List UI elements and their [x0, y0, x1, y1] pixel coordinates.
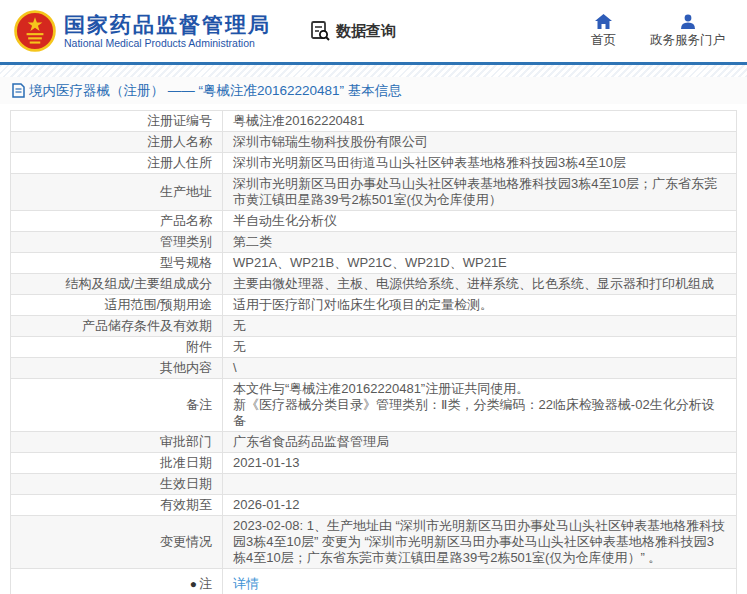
- row-value: 2023-02-08: 1、生产地址由 “深圳市光明新区马田办事处马山头社区钟表…: [223, 516, 737, 569]
- row-label: 附件: [11, 337, 223, 358]
- org-name-cn: 国家药品监督管理局: [64, 13, 271, 37]
- table-row: 其他内容\: [11, 358, 737, 379]
- registration-info-table-wrap: 注册证编号粤械注准20162220481注册人名称深圳市锦瑞生物科技股份有限公司…: [0, 104, 747, 594]
- page-title: 境内医疗器械（注册） —— “粤械注准20162220481” 基本信息: [29, 82, 402, 100]
- nav-home-label: 首页: [591, 32, 616, 49]
- header-nav: 首页 政务服务门户: [591, 14, 725, 49]
- table-row: 生效日期: [11, 474, 737, 495]
- table-row: 产品名称半自动生化分析仪: [11, 211, 737, 232]
- row-value: 深圳市锦瑞生物科技股份有限公司: [223, 132, 737, 153]
- row-label: 管理类别: [11, 232, 223, 253]
- table-row: 注册证编号粤械注准20162220481: [11, 111, 737, 132]
- table-row: 型号规格WP21A、WP21B、WP21C、WP21D、WP21E: [11, 253, 737, 274]
- row-label: 生产地址: [11, 174, 223, 211]
- table-row: 注册人住所深圳市光明新区马田街道马山头社区钟表基地格雅科技园3栋4至10层: [11, 153, 737, 174]
- row-value: 适用于医疗部门对临床生化项目的定量检测。: [223, 295, 737, 316]
- nav-gov-portal[interactable]: 政务服务门户: [650, 14, 725, 49]
- row-label: 有效期至: [11, 495, 223, 516]
- row-label: 备注: [11, 379, 223, 432]
- row-value-line: 新《医疗器械分类目录》管理类别：Ⅱ类，分类编码：22临床检验器械-02生化分析设…: [233, 397, 726, 429]
- row-value: 本文件与“粤械注准20162220481”注册证共同使用。新《医疗器械分类目录》…: [223, 379, 737, 432]
- row-value: WP21A、WP21B、WP21C、WP21D、WP21E: [223, 253, 737, 274]
- row-label: 适用范围/预期用途: [11, 295, 223, 316]
- row-value-line: 本文件与“粤械注准20162220481”注册证共同使用。: [233, 381, 726, 397]
- row-value: 广东省食品药品监督管理局: [223, 432, 737, 453]
- row-label: 变更情况: [11, 516, 223, 569]
- row-label: 注册证编号: [11, 111, 223, 132]
- data-query-label: 数据查询: [336, 22, 396, 41]
- org-name-block: 国家药品监督管理局 National Medical Products Admi…: [64, 13, 271, 50]
- row-label: 型号规格: [11, 253, 223, 274]
- row-value: 深圳市光明新区马田街道马山头社区钟表基地格雅科技园3栋4至10层: [223, 153, 737, 174]
- row-label: 其他内容: [11, 358, 223, 379]
- registration-info-table: 注册证编号粤械注准20162220481注册人名称深圳市锦瑞生物科技股份有限公司…: [10, 110, 737, 594]
- nav-home[interactable]: 首页: [591, 14, 616, 49]
- table-row: 结构及组成/主要组成成分主要由微处理器、主板、电源供给系统、进样系统、比色系统、…: [11, 274, 737, 295]
- row-value: 无: [223, 316, 737, 337]
- row-value: \: [223, 358, 737, 379]
- table-row: 有效期至2026-01-12: [11, 495, 737, 516]
- org-name-en: National Medical Products Administration: [64, 37, 271, 50]
- table-row: 注册人名称深圳市锦瑞生物科技股份有限公司: [11, 132, 737, 153]
- row-label: 注册人名称: [11, 132, 223, 153]
- table-row: 变更情况2023-02-08: 1、生产地址由 “深圳市光明新区马田办事处马山头…: [11, 516, 737, 569]
- row-label: ●注: [11, 569, 223, 594]
- row-label: 产品名称: [11, 211, 223, 232]
- table-row: 附件无: [11, 337, 737, 358]
- table-row: 产品储存条件及有效期无: [11, 316, 737, 337]
- row-value: 2021-01-13: [223, 453, 737, 474]
- site-header: 国家药品监督管理局 National Medical Products Admi…: [0, 0, 747, 62]
- table-row: 备注本文件与“粤械注准20162220481”注册证共同使用。新《医疗器械分类目…: [11, 379, 737, 432]
- document-icon: [12, 83, 25, 98]
- table-row: 管理类别第二类: [11, 232, 737, 253]
- row-label: 审批部门: [11, 432, 223, 453]
- row-label: 生效日期: [11, 474, 223, 495]
- user-icon: [680, 14, 696, 29]
- row-value: [223, 474, 737, 495]
- row-value: 粤械注准20162220481: [223, 111, 737, 132]
- row-label: 批准日期: [11, 453, 223, 474]
- row-value: 深圳市光明新区马田办事处马山头社区钟表基地格雅科技园3栋4至10层；广东省东莞市…: [223, 174, 737, 211]
- nav-gov-portal-label: 政务服务门户: [650, 32, 725, 49]
- table-row: 生产地址深圳市光明新区马田办事处马山头社区钟表基地格雅科技园3栋4至10层；广东…: [11, 174, 737, 211]
- detail-link[interactable]: 详情: [233, 576, 259, 591]
- row-value: 第二类: [223, 232, 737, 253]
- row-value: 详情: [223, 569, 737, 594]
- doc-search-icon: [309, 20, 331, 42]
- row-value: 半自动生化分析仪: [223, 211, 737, 232]
- data-query-button[interactable]: 数据查询: [309, 20, 396, 42]
- page-title-bar: 境内医疗器械（注册） —— “粤械注准20162220481” 基本信息: [0, 77, 747, 104]
- row-value: 无: [223, 337, 737, 358]
- row-value: 主要由微处理器、主板、电源供给系统、进样系统、比色系统、显示器和打印机组成: [223, 274, 737, 295]
- table-row: ●注详情: [11, 569, 737, 594]
- national-emblem-logo: [14, 10, 56, 52]
- row-label: 注册人住所: [11, 153, 223, 174]
- row-value: 2026-01-12: [223, 495, 737, 516]
- table-row: 审批部门广东省食品药品监督管理局: [11, 432, 737, 453]
- bullet-icon: ●: [190, 577, 197, 591]
- home-icon: [595, 14, 612, 29]
- table-row: 适用范围/预期用途适用于医疗部门对临床生化项目的定量检测。: [11, 295, 737, 316]
- row-label: 结构及组成/主要组成成分: [11, 274, 223, 295]
- row-label: 产品储存条件及有效期: [11, 316, 223, 337]
- striped-band: [0, 65, 747, 77]
- table-row: 批准日期2021-01-13: [11, 453, 737, 474]
